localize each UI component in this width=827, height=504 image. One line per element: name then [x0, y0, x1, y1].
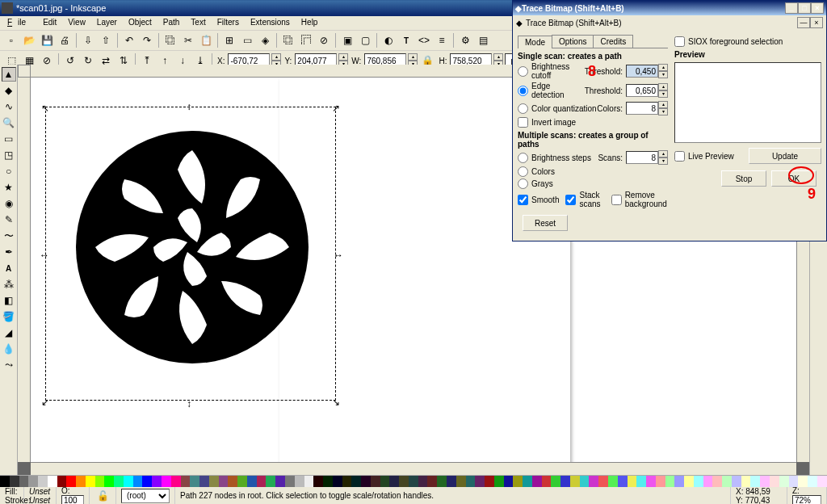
swatch[interactable]: [38, 476, 48, 487]
menu-layer[interactable]: Layer: [91, 16, 123, 30]
swatch[interactable]: [418, 476, 428, 487]
cut-icon[interactable]: ✂: [180, 32, 196, 48]
eraser-tool[interactable]: ◧: [2, 293, 16, 308]
tab-options[interactable]: Options: [552, 35, 594, 48]
update-button[interactable]: Update: [749, 148, 821, 164]
swatch[interactable]: [228, 476, 237, 487]
duplicate-icon[interactable]: ⿻: [280, 32, 296, 48]
dialog-titlebar[interactable]: ◆ Trace Bitmap (Shift+Alt+B) _ □ ×: [513, 1, 826, 15]
swatch[interactable]: [779, 476, 789, 487]
stroke-value[interactable]: Unset: [29, 496, 51, 505]
swatch[interactable]: [0, 476, 10, 487]
swatch[interactable]: [665, 476, 675, 487]
docprops-icon[interactable]: ▤: [475, 32, 491, 48]
scrollbar-horizontal[interactable]: [31, 462, 796, 475]
swatch[interactable]: [48, 476, 57, 487]
swatch[interactable]: [266, 476, 275, 487]
swatch[interactable]: [313, 476, 323, 487]
spiral-tool[interactable]: ◉: [2, 196, 16, 211]
swatch[interactable]: [86, 476, 95, 487]
zoom-input[interactable]: [792, 495, 821, 505]
star-tool[interactable]: ★: [2, 180, 16, 195]
copy-icon[interactable]: ⿻: [162, 32, 178, 48]
swatch[interactable]: [399, 476, 409, 487]
swatch[interactable]: [542, 476, 552, 487]
swatch[interactable]: [124, 476, 133, 487]
swatch[interactable]: [551, 476, 560, 487]
swatch[interactable]: [760, 476, 770, 487]
swatch[interactable]: [323, 476, 333, 487]
menu-edit[interactable]: Edit: [37, 16, 62, 30]
swatch[interactable]: [741, 476, 751, 487]
colorquant-radio[interactable]: [518, 103, 528, 114]
prefs-icon[interactable]: ⚙: [457, 32, 473, 48]
handle-tm[interactable]: ↕: [187, 101, 195, 109]
handle-ml[interactable]: ↔: [40, 250, 48, 258]
opacity-input[interactable]: [61, 495, 84, 505]
swatch[interactable]: [646, 476, 656, 487]
stop-button[interactable]: Stop: [721, 170, 766, 187]
edge-thresh-input[interactable]: [626, 84, 658, 97]
swatch[interactable]: [560, 476, 570, 487]
text-icon[interactable]: T: [398, 32, 414, 48]
swatch[interactable]: [304, 476, 314, 487]
swatch[interactable]: [219, 476, 229, 487]
calligraphy-tool[interactable]: ✒: [2, 245, 16, 259]
dialog-maximize-button[interactable]: □: [798, 2, 811, 14]
swatch[interactable]: [447, 476, 456, 487]
handle-mr[interactable]: ↔: [334, 250, 342, 258]
swatch[interactable]: [466, 476, 476, 487]
menu-path[interactable]: Path: [157, 16, 186, 30]
swatch[interactable]: [199, 476, 209, 487]
gradient-tool[interactable]: ◢: [2, 326, 16, 340]
swatch[interactable]: [475, 476, 485, 487]
tweak-tool[interactable]: ∿: [2, 99, 16, 114]
brightness-thresh-input[interactable]: [626, 65, 658, 78]
zoom-tool[interactable]: 🔍: [2, 116, 16, 130]
swatch[interactable]: [589, 476, 598, 487]
dialog-minimize-button[interactable]: _: [785, 2, 798, 14]
dialog-shade-button[interactable]: —: [797, 17, 810, 28]
swatch[interactable]: [636, 476, 646, 487]
swatch[interactable]: [494, 476, 504, 487]
handle-bm[interactable]: ↕: [187, 398, 195, 406]
dialog-close2-button[interactable]: ×: [810, 17, 823, 28]
redo-icon[interactable]: ↷: [139, 32, 155, 48]
swatch[interactable]: [513, 476, 523, 487]
menu-help[interactable]: Help: [296, 16, 324, 30]
group-icon[interactable]: ▣: [339, 32, 355, 48]
swatch[interactable]: [437, 476, 447, 487]
swatch[interactable]: [28, 476, 38, 487]
menu-object[interactable]: Object: [123, 16, 157, 30]
swatch[interactable]: [580, 476, 590, 487]
layer-select[interactable]: (root): [121, 489, 170, 503]
swatch[interactable]: [162, 476, 171, 487]
swatch[interactable]: [684, 476, 694, 487]
swatch[interactable]: [237, 476, 247, 487]
swatch[interactable]: [389, 476, 399, 487]
swatch[interactable]: [275, 476, 285, 487]
swatch[interactable]: [257, 476, 267, 487]
fill-stroke-icon[interactable]: ◐: [380, 32, 397, 48]
scans-input[interactable]: [626, 151, 658, 164]
swatch[interactable]: [523, 476, 532, 487]
scans-spinner[interactable]: ▴▾: [658, 150, 668, 165]
colors-input[interactable]: [626, 102, 658, 115]
artwork-circle[interactable]: [71, 126, 313, 368]
swatch[interactable]: [674, 476, 684, 487]
dropper-tool[interactable]: 💧: [2, 342, 16, 356]
unlink-icon[interactable]: ⊘: [316, 32, 332, 48]
siox-checkbox[interactable]: [674, 36, 685, 47]
grays-radio[interactable]: [518, 178, 528, 189]
zoom-draw-icon[interactable]: ◈: [257, 32, 273, 48]
swatch[interactable]: [190, 476, 199, 487]
print-icon[interactable]: 🖨: [57, 32, 73, 48]
layer-lock-icon[interactable]: 🔓: [94, 488, 111, 504]
export-icon[interactable]: ⇧: [98, 32, 114, 48]
swatch[interactable]: [504, 476, 514, 487]
swatch[interactable]: [770, 476, 779, 487]
swatch[interactable]: [628, 476, 637, 487]
handle-bl[interactable]: ↙: [41, 397, 49, 405]
swatch[interactable]: [456, 476, 466, 487]
swatch[interactable]: [694, 476, 703, 487]
